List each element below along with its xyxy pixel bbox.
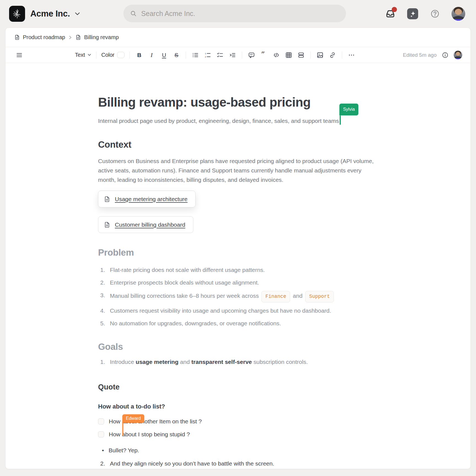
link-card-usage-metering[interactable]: Usage metering architecture [98, 191, 196, 207]
numbered-item[interactable]: 2. And they align nicely so you don’t ha… [98, 459, 377, 468]
table-button[interactable] [283, 50, 294, 61]
section-split-button[interactable] [296, 50, 307, 61]
search-icon [130, 10, 137, 17]
search-bar[interactable] [123, 5, 346, 22]
list-item[interactable]: 5. No automation for upgrades, downgrade… [100, 319, 377, 328]
bullet-list-button[interactable] [190, 50, 201, 61]
list-text: Manual billing corrections take 6–8 hour… [110, 291, 337, 302]
list-number: 5. [100, 319, 107, 328]
todo-heading[interactable]: How about a to-do list? [98, 403, 377, 410]
info-icon[interactable] [442, 52, 448, 58]
bullet-item[interactable]: • Bullet? Yep. [98, 446, 377, 455]
bullet-glyph: • [102, 446, 104, 455]
list-item[interactable]: 1. Introduceusage meteringandtransparent… [100, 358, 377, 366]
comment-icon [248, 52, 255, 59]
breadcrumb-item-billing-revamp[interactable]: Billing revamp [75, 34, 119, 40]
toggle-list-button[interactable] [227, 50, 238, 61]
strikethrough-button[interactable]: S [171, 50, 182, 61]
breadcrumb-item-product-roadmap[interactable]: Product roadmap [14, 34, 65, 40]
list-text-fragment: subscription controls. [253, 359, 308, 365]
list-number: 2. [100, 459, 107, 468]
toolbar-divider [310, 52, 311, 59]
heading-quote[interactable]: Quote [98, 383, 377, 391]
search-input[interactable] [141, 10, 339, 18]
list-number: 3. [100, 291, 107, 302]
todo-item[interactable]: How about another Item on the list ? Edw… [98, 417, 377, 426]
list-item[interactable]: 2. Enterprise prospects block deals with… [100, 278, 377, 287]
tag-support[interactable]: Support [305, 291, 334, 302]
todo-list-button[interactable] [215, 50, 226, 61]
list-number: 1. [100, 266, 107, 274]
inbox-button[interactable] [385, 8, 396, 20]
editor-avatar[interactable] [454, 51, 462, 59]
heading-context[interactable]: Context [98, 139, 377, 150]
page-subtitle[interactable]: Internal product page used by product, e… [98, 115, 377, 125]
underline-button[interactable]: U [158, 50, 169, 61]
list-text: Enterprise prospects block deals without… [110, 278, 259, 287]
list-text: Flat-rate pricing does not scale with di… [110, 266, 265, 274]
assistant-button[interactable] [407, 8, 418, 20]
heading-goals[interactable]: Goals [98, 342, 377, 352]
blockquote-button[interactable]: ” [258, 50, 269, 61]
assistant-tile [407, 8, 418, 19]
list-text-bold: usage metering [136, 359, 178, 365]
workspace-switcher[interactable]: Acme Inc. [9, 6, 80, 22]
bold-button[interactable]: B [134, 50, 145, 61]
blockquote-icon: ” [260, 52, 267, 59]
help-icon [430, 9, 440, 18]
document-body: Billing revamp: usage-based pricing Inte… [6, 63, 377, 476]
table-icon [285, 52, 292, 59]
subtitle-text: Internal product page used by product, e… [98, 118, 339, 124]
text-style-dropdown[interactable]: Text [74, 50, 92, 61]
drag-handle-menu-button[interactable] [14, 50, 25, 61]
page-icon [104, 196, 110, 203]
list-item[interactable]: 3. Manual billing corrections take 6–8 h… [100, 291, 377, 302]
comment-button[interactable] [246, 50, 257, 61]
list-text: Introduceusage meteringandtransparent se… [110, 358, 308, 366]
bullet-text: Bullet? Yep. [109, 446, 139, 455]
breadcrumb-separator-icon [68, 35, 72, 40]
split-rows-icon [298, 52, 305, 59]
help-button[interactable] [429, 8, 441, 20]
more-button[interactable] [346, 50, 357, 61]
code-icon [273, 52, 280, 59]
toolbar-divider [242, 52, 242, 59]
toolbar-right-group: Edited 5m ago [403, 51, 462, 59]
list-number: 4. [100, 306, 107, 315]
image-button[interactable] [315, 50, 326, 61]
page-icon [75, 34, 81, 40]
list-item[interactable]: 1. Flat-rate pricing does not scale with… [100, 266, 377, 274]
checkbox[interactable] [98, 431, 104, 437]
breadcrumb-label: Billing revamp [84, 34, 119, 40]
link-card-label: Customer billing dashboard [115, 221, 185, 228]
tag-finance[interactable]: Finance [261, 291, 290, 302]
toolbar-divider [129, 52, 130, 59]
list-text-fragment: and [180, 359, 190, 365]
breadcrumb: Product roadmap Billing revamp [6, 28, 470, 47]
svg-text:”: ” [261, 52, 265, 59]
list-item[interactable]: 4. Customers request visibility into usa… [100, 306, 377, 315]
link-button[interactable] [327, 50, 338, 61]
heading-problem[interactable]: Problem [98, 247, 377, 258]
topbar-actions [385, 7, 467, 21]
link-card-billing-dashboard[interactable]: Customer billing dashboard [98, 216, 193, 233]
list-number: 1. [100, 358, 107, 366]
code-button[interactable] [271, 50, 282, 61]
chevron-down-icon [75, 12, 80, 16]
hamburger-icon [16, 52, 23, 59]
numbered-list-button[interactable]: 1 2 [202, 50, 213, 61]
page-title[interactable]: Billing revamp: usage-based pricing [98, 96, 377, 109]
checkbox[interactable] [98, 418, 104, 424]
bullet-list-icon [192, 52, 199, 59]
link-card-label: Usage metering architecture [115, 196, 188, 202]
color-picker-button[interactable]: Color [100, 50, 126, 61]
context-paragraph[interactable]: Customers on Business and Enterprise pla… [98, 156, 377, 185]
todo-text: How about I stop being stupid ? [109, 431, 190, 438]
text-style-label: Text [75, 52, 85, 58]
user-avatar[interactable] [451, 7, 465, 21]
color-swatch [117, 52, 125, 58]
italic-button[interactable]: I [146, 50, 157, 61]
notification-dot [392, 7, 397, 12]
svg-text:2: 2 [205, 55, 206, 58]
todo-list-icon [217, 52, 224, 59]
